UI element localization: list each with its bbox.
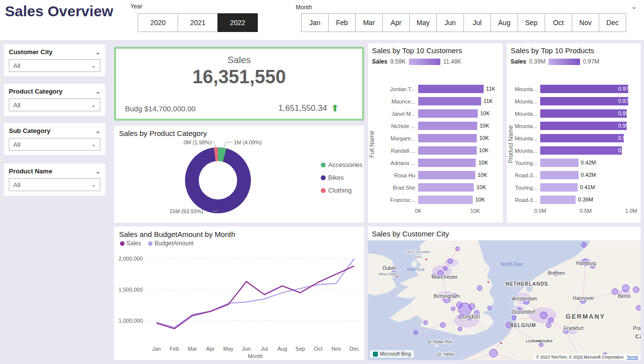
- bar-value-label: 0.95M: [618, 110, 633, 116]
- map-label: Düsseldorf: [512, 309, 535, 315]
- bar[interactable]: 0.92M: [540, 134, 624, 142]
- bar[interactable]: [418, 97, 481, 105]
- month-button-sep[interactable]: Sep: [518, 13, 545, 32]
- bar[interactable]: [418, 196, 473, 204]
- bar[interactable]: [418, 171, 475, 179]
- terms-link[interactable]: Terms: [627, 355, 638, 360]
- map-bubble[interactable]: [456, 247, 460, 251]
- year-button-2022[interactable]: 2022: [217, 13, 258, 32]
- month-button-feb[interactable]: Feb: [328, 13, 356, 32]
- slicer-dropdown[interactable]: All⌄: [9, 59, 100, 72]
- chevron-down-icon: ⌄: [91, 101, 96, 108]
- map-bubble[interactable]: [457, 302, 462, 308]
- legend-item-sales[interactable]: Sales: [120, 240, 141, 247]
- month-button-nov[interactable]: Nov: [572, 13, 599, 32]
- bar[interactable]: 0.95M: [540, 109, 627, 118]
- month-button-apr[interactable]: Apr: [382, 13, 410, 32]
- legend-max: 11.48K: [443, 58, 461, 65]
- bar[interactable]: [540, 159, 579, 167]
- bar[interactable]: 0.97M: [540, 85, 628, 93]
- bar-value-label: 0.97M: [618, 98, 633, 104]
- chart-title: Sales by Top 10 Customers: [372, 46, 462, 55]
- map-bubble[interactable]: [582, 242, 586, 247]
- line-series-budgetamount[interactable]: [156, 259, 354, 328]
- slicer-dropdown[interactable]: All⌄: [9, 138, 100, 151]
- month-button-oct[interactable]: Oct: [545, 13, 572, 32]
- bar[interactable]: 0.90M: [540, 146, 622, 155]
- bar[interactable]: [418, 85, 484, 93]
- bar[interactable]: [418, 183, 474, 192]
- gradient-legend: Sales9.59K11.48K: [372, 58, 461, 65]
- map-bubble[interactable]: [440, 323, 445, 328]
- bing-logo[interactable]: Microsoft Bing: [370, 350, 414, 358]
- map-bubble[interactable]: [451, 307, 455, 311]
- map-bubble[interactable]: [477, 286, 482, 291]
- slicer-dropdown[interactable]: All⌄: [9, 178, 100, 191]
- month-button-jul[interactable]: Jul: [463, 13, 491, 32]
- map-bubble[interactable]: [490, 349, 497, 357]
- map-bubble[interactable]: [469, 303, 475, 309]
- month-button-may[interactable]: May: [409, 13, 437, 32]
- bar[interactable]: [418, 146, 477, 155]
- map-bubble[interactable]: [443, 266, 447, 270]
- slicer-sub-category: Sub Category⌄All⌄: [4, 123, 105, 155]
- bar-category-label: Mounta...: [515, 148, 540, 154]
- bar[interactable]: [540, 171, 579, 179]
- year-button-2020[interactable]: 2020: [138, 13, 178, 32]
- map-bubble[interactable]: [633, 287, 639, 293]
- slicer-product-name: Product Name⌄All⌄: [4, 164, 105, 196]
- bar-category-label: Jordan T...: [376, 86, 418, 92]
- map-bubble[interactable]: [546, 323, 551, 328]
- legend-item-budgetamount[interactable]: BudgetAmount: [148, 240, 193, 247]
- map-label: Birmingham: [433, 294, 460, 299]
- map-bubble[interactable]: [540, 312, 547, 319]
- map-bubble[interactable]: [539, 343, 543, 347]
- map-canvas[interactable]: North SeaISLE OF MAN(UK)DublinÁtha Cliat…: [368, 240, 641, 360]
- bar-track: 0.95M: [540, 122, 636, 130]
- map-bubble[interactable]: [458, 327, 462, 331]
- chevron-down-icon[interactable]: ⌄: [95, 168, 100, 175]
- map-bubble[interactable]: [424, 321, 428, 325]
- month-button-mar[interactable]: Mar: [355, 13, 383, 32]
- map-bubble[interactable]: [512, 316, 516, 320]
- bar-row: Mounta...0.95M: [515, 120, 636, 132]
- chevron-down-icon[interactable]: ⌄: [631, 2, 637, 11]
- legend-item-bikes[interactable]: Bikes: [321, 174, 363, 181]
- month-button-jan[interactable]: Jan: [301, 13, 329, 32]
- chevron-down-icon[interactable]: ⌄: [95, 49, 100, 56]
- y-axis-title: Product Name: [507, 83, 515, 206]
- map-bubble[interactable]: [448, 259, 453, 264]
- bar[interactable]: [418, 134, 477, 142]
- bar-row: Rosa Hu10K: [376, 169, 498, 181]
- bar[interactable]: 0.95M: [540, 122, 627, 130]
- bar[interactable]: [540, 196, 576, 204]
- month-button-jun[interactable]: Jun: [436, 13, 464, 32]
- month-button-aug[interactable]: Aug: [491, 13, 518, 32]
- bar-category-label: Mounta...: [515, 99, 540, 104]
- map[interactable]: North SeaISLE OF MAN(UK)DublinÁtha Cliat…: [368, 240, 641, 360]
- month-button-dec[interactable]: Dec: [599, 13, 626, 32]
- map-bubble[interactable]: [622, 285, 629, 292]
- chevron-down-icon[interactable]: ⌄: [95, 128, 100, 134]
- legend-item-clothing[interactable]: Clothing: [321, 187, 363, 194]
- year-button-2021[interactable]: 2021: [178, 13, 218, 32]
- legend-item-accessories[interactable]: Accessories: [321, 161, 363, 168]
- map-bubble[interactable]: [414, 331, 418, 334]
- map-bubble[interactable]: [612, 289, 618, 295]
- chevron-down-icon[interactable]: ⌄: [95, 88, 100, 95]
- bar[interactable]: 0.97M: [540, 97, 628, 105]
- map-bubble[interactable]: [549, 318, 553, 323]
- bar[interactable]: [540, 183, 578, 192]
- map-bubble[interactable]: [636, 305, 641, 310]
- bar-category-label: Rosa Hu: [376, 172, 418, 178]
- map-bubble[interactable]: [488, 306, 491, 310]
- bar-value-label: 10K: [479, 135, 489, 141]
- slicer-dropdown[interactable]: All⌄: [9, 99, 100, 111]
- bar[interactable]: [418, 109, 478, 118]
- bar[interactable]: [418, 159, 476, 167]
- legend-label: Clothing: [328, 187, 352, 194]
- bar-row: Mounta...0.92M: [515, 132, 636, 144]
- bar[interactable]: [418, 122, 477, 130]
- line-chart[interactable]: 2,000,0001,500,0001,000,000JanFebMarAprM…: [114, 251, 363, 360]
- map-label: North Sea: [500, 262, 522, 267]
